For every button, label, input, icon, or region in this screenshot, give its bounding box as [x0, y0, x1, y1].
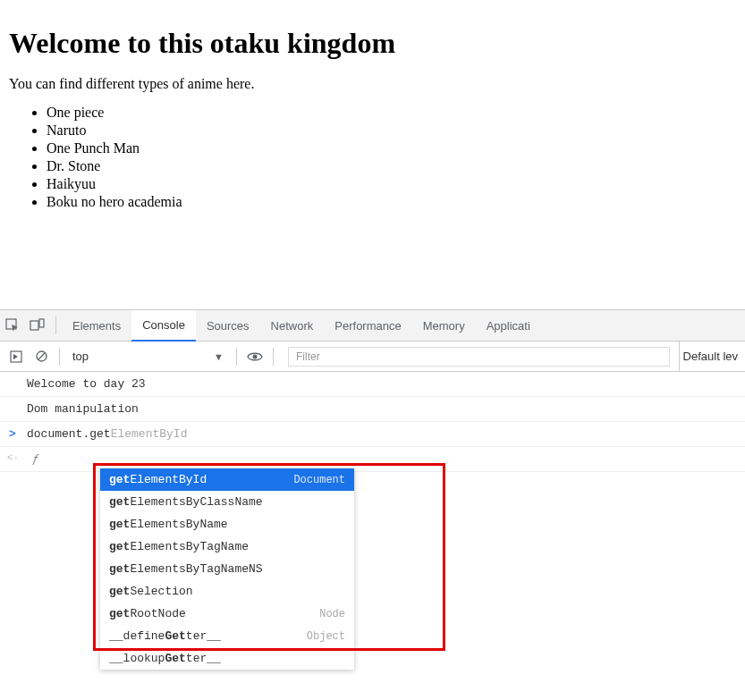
autocomplete-item[interactable]: getRootNode Node — [100, 603, 354, 625]
tab-application[interactable]: Applicati — [476, 310, 541, 341]
divider — [55, 316, 56, 334]
clear-console-icon[interactable] — [29, 342, 54, 371]
log-level-selector[interactable]: Default lev — [679, 342, 745, 371]
autocomplete-item[interactable]: getSelection — [100, 580, 354, 603]
autocomplete-item[interactable]: getElementsByClassName — [100, 491, 354, 513]
anime-list: One piece Naruto One Punch Man Dr. Stone… — [9, 105, 736, 210]
console-log-row: Dom manipulation — [0, 397, 745, 422]
list-item: One piece — [47, 105, 736, 121]
devtools-panel: Elements Console Sources Network Perform… — [0, 309, 745, 472]
tab-performance[interactable]: Performance — [324, 310, 411, 341]
tab-console[interactable]: Console — [131, 310, 196, 342]
divider — [59, 348, 60, 366]
list-item: One Punch Man — [47, 140, 736, 156]
eye-icon[interactable] — [242, 342, 267, 371]
console-output: Welcome to day 23 Dom manipulation docum… — [0, 372, 745, 472]
tab-sources[interactable]: Sources — [196, 310, 260, 341]
page-subtext: You can find different types of anime he… — [9, 76, 736, 92]
list-item: Boku no hero academia — [47, 194, 736, 210]
prompt-typed: document.get — [27, 427, 111, 441]
return-symbol: ƒ — [27, 452, 39, 466]
autocomplete-item[interactable]: getElementById Document — [100, 468, 354, 491]
tab-network[interactable]: Network — [260, 310, 325, 341]
autocomplete-item[interactable]: getElementsByName — [100, 513, 354, 536]
autocomplete-item[interactable]: __lookupGetter__ — [100, 647, 354, 670]
list-item: Naruto — [47, 122, 736, 139]
svg-point-6 — [252, 354, 257, 358]
autocomplete-item[interactable]: getElementsByTagName — [100, 536, 354, 558]
page-body: Welcome to this otaku kingdom You can fi… — [0, 0, 745, 221]
context-label: top — [72, 350, 89, 363]
divider — [273, 348, 274, 366]
autocomplete-popup: getElementById Document getElementsByCla… — [100, 468, 354, 670]
devtools-tab-strip: Elements Console Sources Network Perform… — [0, 309, 745, 342]
page-heading: Welcome to this otaku kingdom — [9, 27, 736, 60]
context-selector[interactable]: top ▼ — [65, 342, 231, 371]
console-prompt[interactable]: document.getElementById — [0, 422, 745, 447]
sidebar-toggle-icon[interactable] — [4, 342, 29, 371]
console-log-row: Welcome to day 23 — [0, 372, 745, 397]
svg-line-5 — [38, 353, 45, 360]
list-item: Dr. Stone — [47, 158, 736, 174]
tab-elements[interactable]: Elements — [62, 310, 131, 341]
device-toggle-icon[interactable] — [25, 310, 50, 341]
divider — [236, 348, 237, 366]
prompt-ghost: ElementById — [111, 427, 188, 441]
autocomplete-item[interactable]: getElementsByTagNameNS — [100, 558, 354, 580]
filter-input[interactable] — [288, 347, 670, 367]
tab-memory[interactable]: Memory — [412, 310, 476, 341]
chevron-down-icon: ▼ — [214, 351, 224, 362]
svg-rect-1 — [30, 321, 38, 330]
autocomplete-item[interactable]: __defineGetter__ Object — [100, 625, 354, 647]
inspect-icon[interactable] — [0, 310, 25, 341]
list-item: Haikyuu — [47, 176, 736, 192]
svg-rect-2 — [39, 319, 44, 327]
console-toolbar: top ▼ Default lev — [0, 342, 745, 372]
